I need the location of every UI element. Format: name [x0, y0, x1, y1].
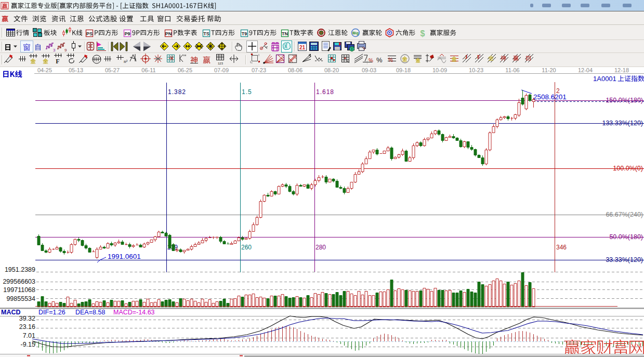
svg-text:1951.2389: 1951.2389	[5, 266, 35, 273]
svg-text:260: 260	[241, 244, 252, 251]
svg-text:04-25: 04-25	[37, 67, 52, 73]
svg-text:TS: TS	[203, 31, 209, 36]
svg-text:12-04: 12-04	[578, 67, 593, 73]
svg-text:DIF=1.26: DIF=1.26	[38, 309, 65, 316]
svg-text:99855534: 99855534	[6, 295, 35, 302]
svg-text:2508.6201: 2508.6201	[533, 93, 567, 101]
svg-text:05-13: 05-13	[69, 67, 83, 73]
svg-text:199711068: 199711068	[3, 286, 35, 294]
svg-text:06-25: 06-25	[178, 67, 192, 73]
svg-text:50.0%(180): 50.0%(180)	[609, 233, 643, 241]
svg-text:1A0001: 1A0001	[593, 75, 616, 83]
svg-text:-9.15: -9.15	[21, 341, 36, 348]
svg-text:$: $	[420, 29, 425, 38]
svg-text:%: %	[369, 58, 373, 63]
svg-text:09-18: 09-18	[396, 67, 411, 73]
svg-text:66.67%(240): 66.67%(240)	[606, 211, 643, 218]
svg-text:280: 280	[316, 244, 326, 251]
svg-text:%: %	[388, 57, 393, 63]
svg-text:12-18: 12-18	[614, 67, 629, 73]
svg-text:P9: P9	[124, 31, 130, 36]
svg-text:08-06: 08-06	[288, 67, 303, 73]
svg-text:23.16: 23.16	[19, 323, 35, 330]
svg-text:10-09: 10-09	[432, 67, 447, 73]
svg-text:1.618: 1.618	[316, 88, 334, 96]
svg-text:07-09: 07-09	[214, 67, 229, 73]
svg-text:21: 21	[299, 45, 306, 50]
svg-text:299566603: 299566603	[3, 278, 35, 285]
svg-text:100.0%(0): 100.0%(0)	[613, 165, 643, 172]
svg-text:33.33%(120): 33.33%(120)	[606, 256, 643, 263]
svg-text:1991.0601: 1991.0601	[108, 253, 141, 260]
svg-text:3: 3	[53, 48, 56, 52]
svg-text:07-23: 07-23	[252, 67, 266, 73]
svg-text:1.5: 1.5	[242, 88, 252, 96]
svg-text:J: J	[465, 54, 468, 60]
svg-text:PS: PS	[86, 31, 93, 36]
svg-text:1.382: 1.382	[168, 88, 186, 96]
svg-text:09-03: 09-03	[362, 67, 376, 73]
svg-text:%: %	[376, 56, 383, 64]
svg-text:11-06: 11-06	[505, 67, 519, 73]
svg-text:PN: PN	[165, 31, 172, 36]
svg-text:MACD=-14.63: MACD=-14.63	[113, 309, 155, 316]
svg-text:05-27: 05-27	[105, 67, 120, 73]
svg-text:346: 346	[556, 244, 567, 251]
svg-text:123: 123	[218, 62, 224, 65]
svg-text:F: F	[56, 58, 59, 65]
svg-text:10-23: 10-23	[469, 67, 483, 73]
svg-text:133.33%(120): 133.33%(120)	[602, 120, 643, 127]
svg-text:DEA=8.58: DEA=8.58	[75, 309, 105, 316]
svg-text:08-20: 08-20	[324, 67, 339, 73]
svg-text:9: 9	[64, 48, 67, 52]
svg-text:TN: TN	[282, 31, 288, 36]
svg-text:n²: n²	[124, 59, 128, 64]
svg-text:11-20: 11-20	[542, 67, 556, 73]
svg-text:Big: Big	[352, 31, 359, 35]
svg-text:06-11: 06-11	[141, 67, 155, 73]
svg-text:39.32: 39.32	[19, 315, 35, 322]
svg-text:150.0%(180): 150.0%(180)	[606, 97, 643, 104]
svg-text:MACD: MACD	[1, 309, 21, 316]
svg-text:T9: T9	[242, 31, 247, 36]
svg-text:7.01: 7.01	[23, 332, 35, 339]
svg-text:F: F	[477, 54, 481, 60]
